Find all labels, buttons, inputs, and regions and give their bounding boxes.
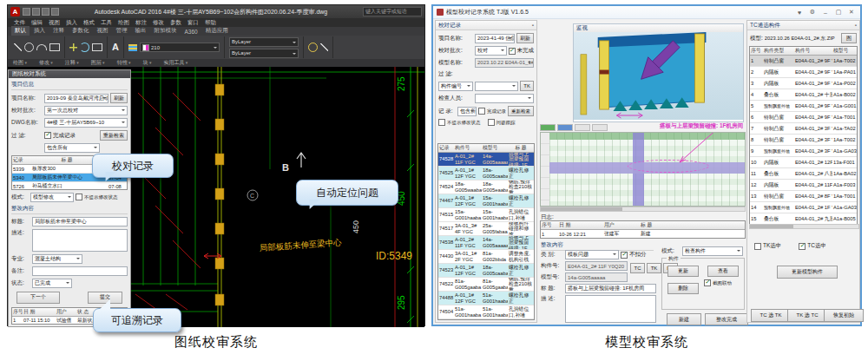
group-label[interactable]: 修改	[39, 59, 53, 67]
note-input[interactable]	[32, 266, 128, 276]
qat-icon[interactable]	[51, 8, 59, 16]
group-label[interactable]: 块	[143, 59, 152, 67]
category-select[interactable]: 模板问题	[565, 250, 619, 259]
component-row[interactable]: 4叠合板E04A-01_2# 十层…A1a-B002	[750, 89, 857, 101]
maximize-button[interactable]: ▢	[833, 9, 844, 16]
minimize-button[interactable]: –	[820, 10, 831, 16]
title-input[interactable]: 搭板与上层梁预留碰撞: 1F机房间	[565, 284, 656, 293]
tc-button[interactable]: TC	[630, 263, 645, 273]
part-filter-input[interactable]	[475, 82, 518, 91]
col-user[interactable]: 用户	[603, 221, 640, 229]
done-records-checkbox[interactable]: 完成记录	[44, 132, 76, 140]
update-button[interactable]: 更新	[667, 266, 699, 277]
no-hint-checkbox[interactable]: 不提示修改状态	[76, 194, 118, 200]
settings-icon[interactable]: ⚙	[807, 9, 818, 16]
model-select[interactable]: 2023.10.22 E04A-01_1#2#.东.ZIP	[475, 58, 534, 68]
record-row[interactable]: 74538A-01_2# 11F YGC14a-G005aaaaa搭板与上层梁预…	[438, 236, 534, 250]
record-row[interactable]: 745173A-01_3# 4F YGC25a-G005fabaa楼板构件碰撞和…	[438, 222, 534, 236]
color-dropdown[interactable]: ByLayer	[229, 37, 299, 47]
qat-icon[interactable]	[23, 8, 30, 16]
finish-button[interactable]: 整改完成	[705, 313, 748, 325]
new-button[interactable]: 新建	[667, 313, 701, 325]
ribbon-tab[interactable]: 注释	[49, 26, 68, 36]
no-points-checkbox[interactable]: 不扣分	[621, 251, 647, 259]
done-records-checkbox[interactable]: 完成记录	[478, 108, 506, 115]
col-no[interactable]: 序号	[12, 308, 23, 316]
ribbon-tab[interactable]: 精选应用	[202, 26, 232, 36]
component-row[interactable]: 6特制凸窗E04A-01_2# 9F Y…A1a-T001	[750, 112, 857, 123]
refresh-button[interactable]: 刷新	[516, 33, 534, 43]
major-select[interactable]: 混凝土结构	[32, 254, 82, 264]
ribbon-tab[interactable]: 管理	[113, 26, 131, 36]
tk-to-tc-button[interactable]: TK 选 TC	[787, 309, 827, 322]
col-title[interactable]: 标 题	[640, 221, 745, 229]
record-row[interactable]: 7452418a-G005waaba18a-G005eaaba钢筋,预排检查21…	[438, 180, 534, 194]
research-button[interactable]: 重新检索	[100, 130, 128, 141]
component-row[interactable]: 5预制飘窗外墙E04A-01_2# 9F Y…A1a-G001	[750, 101, 857, 112]
screenshot-link-checkbox[interactable]: 截图联动	[704, 279, 732, 286]
project-select[interactable]: 2023-41-49 信息产业片区2H-02#东	[475, 34, 515, 43]
palette-header[interactable]: 图纸校对系统	[9, 70, 130, 78]
move-tool-icon[interactable]	[69, 43, 77, 51]
line-tool-icon[interactable]	[14, 43, 22, 51]
horizontal-scrollbar[interactable]	[540, 207, 746, 212]
col-date[interactable]: 日 期	[23, 308, 56, 316]
ribbon-tab[interactable]: A360	[181, 28, 201, 36]
qat-icon[interactable]	[32, 8, 40, 16]
component-row[interactable]: 3内隔板E04A-01_2# 9F Y…A1a-P002	[750, 78, 857, 89]
mode-select[interactable]: 模型修改	[30, 193, 74, 202]
ribbon-tab[interactable]: 输出	[132, 26, 150, 36]
include-all-select[interactable]: 包含所有	[44, 143, 100, 153]
linetype-dropdown[interactable]: ByLayer	[229, 49, 299, 58]
col-type[interactable]: 构件类型	[763, 47, 794, 55]
part-input[interactable]: E04A-01_2# 11F Y0Q20	[565, 261, 628, 271]
record-row[interactable]: 7452281a-G005gaaba81a-G005gaaba钢筋,预排检查21…	[438, 278, 534, 292]
component-row[interactable]: 12内隔板E04A-01_2# 11F…A1a-F003	[750, 180, 857, 191]
view-button[interactable]: 查看	[707, 266, 739, 277]
next-button[interactable]: 下一个	[16, 292, 60, 304]
delete-button[interactable]: 删除	[667, 283, 699, 294]
autocad-logo-icon[interactable]: A	[10, 7, 20, 16]
component-row[interactable]: 9预制飘窗外墙E04A-01_2# 3F Y…A1a-GA03	[750, 146, 857, 157]
col-user[interactable]: 用户	[56, 308, 76, 316]
circle-tool-icon[interactable]	[24, 43, 34, 52]
title-input[interactable]: 局部板筋未伸至梁中心	[32, 217, 128, 226]
pin-icon[interactable]: ▪	[855, 23, 857, 28]
close-button[interactable]: ✕	[846, 9, 857, 16]
component-row[interactable]: 8特制凸窗E04A-01_2# 3F Y…1Aa-T002	[750, 135, 857, 146]
ribbon-tab[interactable]: 插入	[30, 26, 49, 36]
group-label[interactable]: 绘图	[13, 59, 27, 67]
ribbon-tab[interactable]: 视图	[94, 26, 112, 36]
batch-select[interactable]: 第一次总校对	[44, 106, 128, 115]
quick-access-toolbar[interactable]	[23, 8, 59, 16]
trim-tool-icon[interactable]	[92, 43, 102, 51]
measure-tool-icon[interactable]	[308, 43, 318, 52]
log-row[interactable]: 110-26 12:21张建军新建	[541, 230, 745, 239]
tk-select-checkbox[interactable]: TK选中	[754, 242, 781, 250]
model-3d-viewport[interactable]	[574, 32, 743, 120]
record-row[interactable]: 7450451a-G001haaba51a-G001haaba孔洞错位口,补堵	[438, 305, 534, 319]
paste-tool-icon[interactable]	[320, 43, 328, 51]
ribbon-tab[interactable]: 参数化	[69, 26, 93, 36]
component-row[interactable]: 2内隔板E04A-01_2# 9F Y…1Aa-PA01	[750, 67, 857, 78]
group-label[interactable]: 实用工具	[163, 59, 187, 67]
col-title[interactable]: 标 题	[508, 144, 534, 152]
project-select[interactable]: 2019-09 秦皇岛戴河湾启动区	[44, 94, 108, 103]
component-row[interactable]: 11叠合板E04A-01_2# 八层…1Aa-BA02	[750, 168, 857, 180]
record-row[interactable]: 74488A-01_1# 12F YGC51a-G001haaba螺栓孔修正	[438, 292, 534, 305]
component-spreadsheet[interactable]	[540, 132, 746, 207]
tc-select-checkbox[interactable]: TC选中	[799, 242, 826, 250]
no-hint-checkbox[interactable]: 不提示修改状态	[438, 119, 481, 126]
tab-icon[interactable]	[592, 124, 608, 131]
reset-button[interactable]: 恢复初始	[824, 309, 864, 322]
rectangle-tool-icon[interactable]	[49, 43, 60, 51]
layer-dropdown[interactable]: 210	[140, 43, 220, 52]
component-row[interactable]: 7特制凸窗E04A-01_2# 3F Y…A1a-TA02	[750, 123, 857, 135]
ribbon-tab[interactable]: 附加模块	[151, 26, 181, 36]
col-id[interactable]: 记录	[12, 156, 31, 164]
tab-icon[interactable]	[540, 124, 556, 131]
component-row[interactable]: 10内隔板E04A-01_2# 12F…13a-F001	[750, 157, 857, 168]
group-label[interactable]: 注释	[65, 59, 79, 67]
record-row[interactable]: 74467A-01_1# 12F YGC15a-G001haaba螺栓孔修正	[438, 194, 534, 208]
qat-icon[interactable]	[42, 8, 49, 16]
